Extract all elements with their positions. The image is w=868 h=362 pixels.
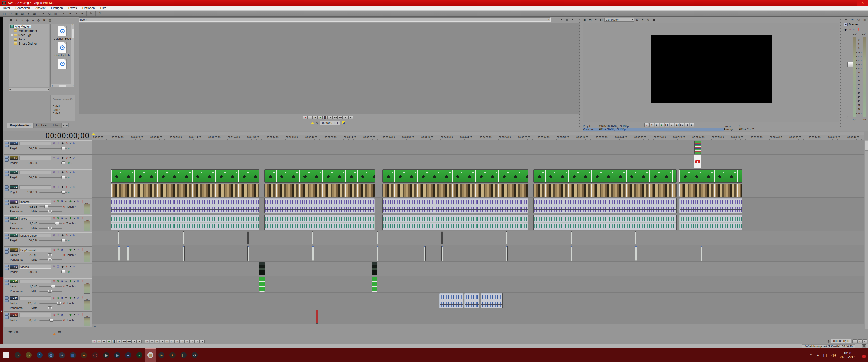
tab-überg[interactable]: Überg [50,123,62,128]
track-header-3[interactable]: ▤3⧉❏◦▮◦⚙▾⊘❗Pegel:100,0 %α↓↑ [3,169,92,184]
restore-track-icon[interactable] [4,220,8,222]
task-notepad[interactable]: ▤ [178,349,189,362]
track-header-7[interactable]: ▤7Effekte Video⧉❏◦▮◦⚙▾⊘❗Pegel:100,0 %α↓↑ [3,232,92,246]
expand-icon[interactable]: + [11,34,13,36]
go-to-start-button[interactable]: ◀◀ [333,116,338,120]
interaction-tool-icon[interactable]: ✎ [88,11,94,16]
record-button[interactable]: ● [303,116,308,120]
auto-caret-icon[interactable]: ▾ [74,217,75,220]
go-to-end-button[interactable]: ▶▶ [338,116,343,120]
clip-thinc[interactable] [424,245,426,261]
track-name-field[interactable] [19,279,51,283]
restore-track-icon[interactable] [4,144,8,147]
fx-caret-icon[interactable]: ▾ [70,186,71,188]
composite-parent-icon[interactable]: ↑ [74,239,76,242]
minimize-track-icon[interactable] [4,248,8,251]
mute-icon[interactable]: ⊘ [73,186,75,188]
mute-icon[interactable]: ⊘ [77,279,79,282]
close-button[interactable]: ✕ [858,0,868,5]
play-button[interactable]: ▶ [107,340,112,343]
extract-audio-icon[interactable]: ◒ [31,18,35,22]
clip-thinc[interactable] [377,231,378,244]
media-views-icon[interactable]: ▤ [47,18,52,22]
pan-slider[interactable] [39,308,62,308]
undo-caret-icon[interactable]: ▾ [67,11,73,16]
fx-caret-icon[interactable]: ▾ [70,156,71,159]
task-chrome[interactable]: ◍ [45,349,56,362]
menu-ansicht[interactable]: Ansicht [33,5,48,10]
network-icon[interactable]: ▤ [824,353,827,357]
ignore-grouping-icon[interactable]: ⊞ [155,340,159,343]
clip-green[interactable] [679,169,742,183]
clip-wavet[interactable] [679,215,742,230]
clip-darkc[interactable] [259,262,265,275]
phase-invert-icon[interactable]: ▣ [61,279,63,282]
loop-playback-button[interactable]: ↻ [97,340,101,343]
marker-bar[interactable] [92,132,865,135]
prev-frame-button[interactable]: ◀ [343,116,348,120]
tree-item-tags[interactable]: Tags [9,37,49,41]
track-name-field[interactable] [19,296,51,300]
compositing-mode-icon[interactable]: ❏ [57,234,59,236]
new-bin-icon[interactable]: ▱ [20,18,24,22]
volume-icon[interactable]: ◁)) [831,353,836,357]
shortcut-item[interactable]: Ctrl+2 [52,108,74,111]
mute-icon[interactable]: ⊘ [73,171,75,174]
input-routing-icon[interactable]: ⇅ [57,200,59,203]
record-button[interactable]: ● [92,340,96,343]
mute-icon[interactable]: ⊘ [853,28,855,31]
overlays-caret-icon[interactable]: ▾ [641,18,645,22]
level-slider[interactable] [39,240,67,241]
menu-extras[interactable]: Extras [66,5,80,10]
timeline-row-7[interactable] [92,231,865,245]
split-screen-icon[interactable]: ◧ [599,18,604,22]
tab-scroll-left-icon[interactable]: ◀ [62,123,65,127]
media-vscrollbar[interactable]: ∧ [71,24,74,84]
arm-record-icon[interactable]: ◎ [53,217,55,220]
overlays-icon[interactable]: ⊞ [635,18,640,22]
dim-output-icon[interactable]: ◁↓ [856,18,861,22]
master-fader-track[interactable] [847,37,847,112]
automation-settings-icon[interactable]: ◦▮◦ [61,156,64,159]
mute-icon[interactable]: ⊘ [77,313,79,316]
clip-thinc[interactable] [247,245,249,261]
enable-snapping-icon[interactable]: ⌗ [180,340,185,343]
bypass-motion-blur-icon[interactable]: ⧉ [53,185,55,188]
minimize-button[interactable]: — [836,0,847,5]
timeline-row-5[interactable] [92,198,865,214]
pin-icon[interactable]: ◎ [828,340,830,343]
pan-slider[interactable] [39,228,62,229]
phase-invert-icon[interactable]: ▣ [61,217,63,220]
clip-thinc[interactable] [441,245,443,261]
phase-invert-icon[interactable]: ▣ [61,248,63,251]
media-item[interactable]: Country fröhl [54,42,71,57]
pin-icon[interactable]: ◎ [316,122,318,125]
capture-video-icon[interactable]: ◉ [25,18,30,22]
input-routing-icon[interactable]: ⇅ [57,296,59,299]
clip-wavet[interactable] [382,215,528,230]
auto-caret-icon[interactable]: ▾ [74,248,75,251]
input-routing-icon[interactable]: ⇅ [57,248,59,251]
clip-thinc[interactable] [118,231,119,244]
timeline-vscrollbar[interactable] [865,140,868,329]
arm-record-icon[interactable]: ◎ [53,296,55,299]
stop-button[interactable]: ■ [328,116,333,120]
task-obs[interactable]: ◉ [100,349,112,362]
play-from-start-button[interactable]: ▶ [102,340,106,343]
bypass-motion-blur-icon[interactable]: ⧉ [53,171,55,174]
track-fx-icon[interactable]: ⚙ [66,265,68,268]
minimize-track-icon[interactable] [4,141,8,144]
bypass-motion-blur-icon[interactable]: ⧉ [53,234,55,236]
timeline-row-8[interactable] [92,245,865,262]
track-alpha-icon[interactable]: α [68,176,70,179]
solo-icon[interactable]: ❗ [76,186,80,188]
maximize-button[interactable]: ▢ [847,0,858,5]
new-project-icon[interactable]: ▢ [1,11,7,16]
automation-settings-icon[interactable]: ◦▮◦ [61,142,64,144]
downmix-output-icon[interactable]: ⋈ [850,18,855,22]
envelope-icon[interactable]: ≂ [65,217,67,220]
composite-child-icon[interactable]: ↓ [71,162,73,164]
automation-settings-icon[interactable]: ◦▮◦ [69,313,72,316]
clip-game[interactable] [111,184,259,197]
clip-green[interactable] [533,169,677,183]
